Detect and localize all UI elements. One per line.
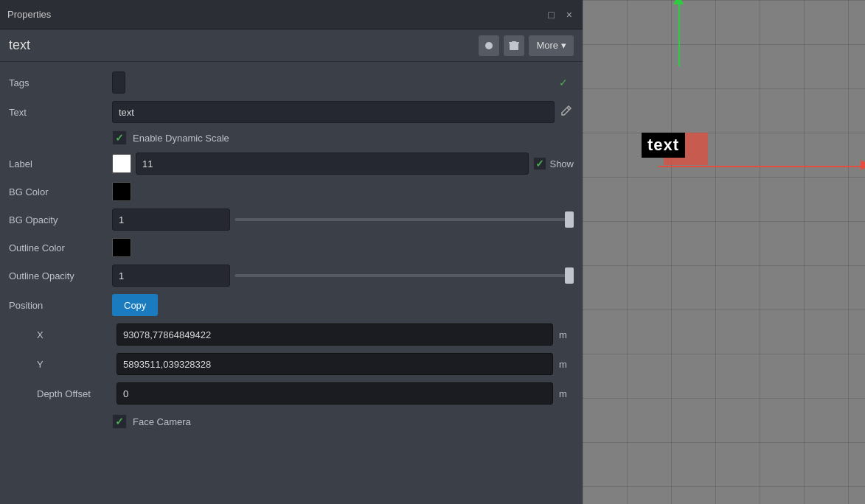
dropdown-arrow-icon: ✓: [559, 77, 568, 88]
svg-rect-3: [509, 42, 519, 43]
show-checkbox[interactable]: ✓: [533, 157, 546, 170]
y-axis-line: [678, 0, 680, 66]
delete-button[interactable]: [504, 35, 524, 56]
y-input[interactable]: [117, 353, 553, 375]
bg-color-label: BG Color: [9, 186, 112, 197]
face-camera-checkmark: ✓: [115, 416, 124, 427]
outline-opacity-fill: [235, 274, 574, 277]
text-annotation-text[interactable]: text: [642, 133, 685, 158]
object-actions: More ▾: [479, 35, 574, 56]
bg-opacity-control: [112, 209, 574, 231]
show-label: Show: [549, 158, 574, 169]
outline-opacity-track[interactable]: [235, 274, 574, 277]
outline-opacity-slider-wrap: [235, 265, 574, 287]
outline-opacity-label: Outline Opacity: [9, 270, 112, 281]
outline-color-swatch[interactable]: [112, 238, 131, 257]
x-row: X m: [0, 320, 583, 349]
position-row: Position Copy: [0, 290, 583, 320]
tags-dropdown-wrap: ✓: [112, 71, 574, 94]
outline-opacity-row: Outline Opacity: [0, 261, 583, 290]
title-bar: Properties □ ×: [0, 0, 583, 29]
tags-control: ✓: [112, 71, 574, 94]
bg-color-swatch[interactable]: [112, 182, 131, 201]
dynamic-scale-row: ✓ Enable Dynamic Scale: [0, 127, 583, 149]
x-label: X: [37, 329, 111, 340]
outline-opacity-thumb[interactable]: [565, 267, 574, 284]
viewport: text: [583, 0, 865, 504]
label-row: Label ✓ Show: [0, 149, 583, 178]
bg-opacity-input[interactable]: [112, 209, 230, 231]
tags-label: Tags: [9, 77, 112, 88]
text-annotation-container: text: [642, 133, 685, 158]
x-axis-arrow: [861, 160, 865, 170]
show-checkbox-wrap[interactable]: ✓ Show: [533, 157, 574, 170]
pin-button[interactable]: [479, 35, 499, 56]
copy-button[interactable]: Copy: [112, 294, 158, 316]
object-name: text: [9, 38, 30, 53]
svg-rect-1: [510, 43, 518, 50]
label-control: ✓ Show: [112, 153, 574, 175]
y-unit: m: [559, 359, 574, 370]
depth-offset-unit: m: [559, 388, 574, 399]
face-camera-label: Face Camera: [133, 416, 191, 427]
face-camera-checkbox[interactable]: ✓: [112, 414, 127, 429]
edit-text-button[interactable]: [559, 103, 574, 121]
outline-color-control: [112, 238, 574, 257]
trash-icon: [509, 40, 519, 52]
text-input[interactable]: [112, 101, 555, 123]
y-row: Y m: [0, 349, 583, 379]
bg-opacity-thumb[interactable]: [565, 211, 574, 228]
position-control: Copy: [112, 294, 574, 316]
object-title-row: text More ▾: [0, 29, 583, 62]
position-label: Position: [9, 300, 112, 311]
bg-color-control: [112, 182, 574, 201]
label-color-swatch[interactable]: [112, 154, 131, 173]
text-row: Text: [0, 97, 583, 127]
edit-icon: [560, 105, 572, 116]
more-label: More: [536, 40, 558, 51]
y-label: Y: [37, 359, 111, 370]
text-label: Text: [9, 107, 112, 118]
label-text-input[interactable]: [136, 153, 529, 175]
tags-select[interactable]: [112, 71, 125, 94]
svg-point-0: [485, 42, 493, 49]
text-input-wrap: [112, 101, 574, 123]
outline-color-row: Outline Color: [0, 234, 583, 261]
depth-offset-label: Depth Offset: [37, 388, 111, 399]
close-button[interactable]: ×: [563, 8, 575, 21]
bg-color-row: BG Color: [0, 178, 583, 205]
dynamic-scale-checkbox[interactable]: ✓: [112, 130, 127, 145]
restore-button[interactable]: □: [545, 8, 557, 21]
outline-color-label: Outline Color: [9, 242, 112, 253]
grid-overlay: [583, 0, 865, 504]
depth-offset-input[interactable]: [117, 382, 553, 405]
x-input[interactable]: [117, 323, 553, 346]
bg-opacity-label: BG Opacity: [9, 214, 112, 225]
bg-opacity-fill: [235, 218, 574, 221]
more-arrow-icon: ▾: [561, 40, 566, 51]
show-checkmark: ✓: [535, 158, 544, 169]
bg-opacity-slider-wrap: [235, 209, 574, 231]
label-field-label: Label: [9, 158, 112, 169]
outline-opacity-input[interactable]: [112, 265, 230, 287]
pin-icon: [484, 41, 494, 51]
bg-opacity-track[interactable]: [235, 218, 574, 221]
more-button[interactable]: More ▾: [529, 35, 574, 56]
properties-content: Tags ✓ Text: [0, 62, 583, 504]
tags-row: Tags ✓: [0, 68, 583, 97]
panel-title: Properties: [7, 9, 539, 20]
face-camera-row: ✓ Face Camera: [0, 408, 583, 435]
bg-opacity-row: BG Opacity: [0, 205, 583, 234]
x-axis-line: [659, 166, 865, 167]
x-unit: m: [559, 329, 574, 340]
dynamic-scale-label: Enable Dynamic Scale: [133, 133, 229, 144]
dynamic-scale-checkmark: ✓: [115, 132, 124, 144]
properties-panel: Properties □ × text More ▾: [0, 0, 583, 504]
depth-offset-row: Depth Offset m: [0, 379, 583, 408]
outline-opacity-control: [112, 265, 574, 287]
